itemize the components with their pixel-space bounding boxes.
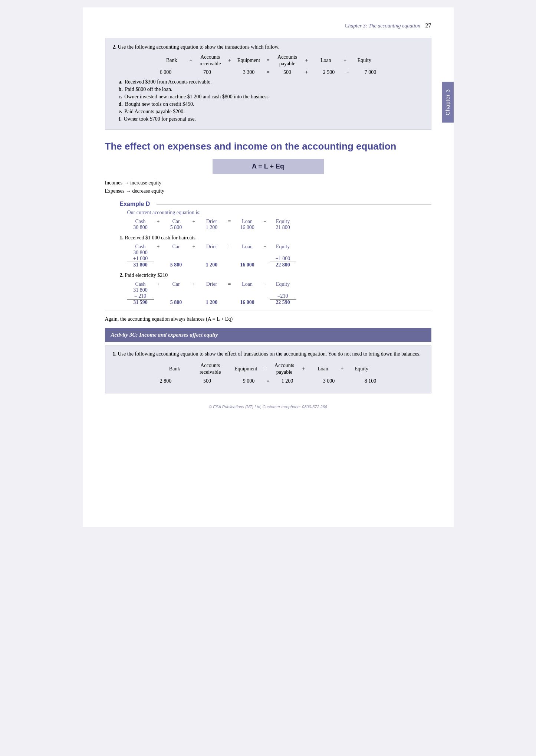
example-d-header: Example D	[120, 201, 431, 207]
income-note: Incomes → increase equity	[105, 180, 431, 186]
list-item-b: b.Paid $800 off the loan.	[119, 86, 424, 92]
balance-note: Again, the accounting equation always ba…	[105, 316, 431, 322]
example-d-initial-table: Cash + Car + Drier = Loan + Equity 30 80…	[127, 219, 431, 230]
chapter-tab: Chapter 3	[442, 82, 454, 122]
question-2-box: 2. Use the following accounting equation…	[105, 38, 431, 130]
activity-q1-text: 1. Use the following accounting equation…	[113, 351, 424, 357]
question-2-text: 2. Use the following accounting equation…	[113, 44, 424, 50]
step-1-label: 1. Received $1 000 cash for haircuts.	[120, 235, 431, 241]
question-2-list: a.Received $300 from Accounts receivable…	[113, 79, 424, 122]
list-item-f: f.Owner took $700 for personal use.	[119, 116, 424, 122]
step-2-table: Cash + Car + Drier = Loan + Equity 31 80…	[127, 281, 431, 305]
equation-values-row: 6 000 700 3 300 = 500 + 2 500 + 7 000	[113, 69, 424, 75]
equation-highlight-box: A = L + Eq	[213, 159, 324, 174]
activity-title: Activity 3C: Income and expenses affect …	[105, 328, 431, 342]
step-1-table: Cash + Car + Drier = Loan + Equity 30 80…	[127, 244, 431, 268]
list-item-e: e.Paid Accounts payable $200.	[119, 109, 424, 115]
page-header: Chapter 3: The accounting equation 27	[105, 22, 431, 29]
activity-header-row: Bank Accountsreceivable Equipment = Acco…	[113, 362, 424, 376]
chapter-title: Chapter 3: The accounting equation	[345, 23, 420, 29]
activity-content: 1. Use the following accounting equation…	[105, 346, 431, 393]
activity-values-row: 2 800 500 9 000 = 1 200 3 000 8 100	[113, 378, 424, 384]
list-item-d: d.Bought new tools on credit $450.	[119, 101, 424, 107]
list-item-c: c.Owner invested new machine $1 200 and …	[119, 94, 424, 100]
list-item-a: a.Received $300 from Accounts receivable…	[119, 79, 424, 85]
page-number: 27	[425, 22, 431, 29]
step-2-label: 2. Paid electricity $210	[120, 272, 431, 278]
divider	[105, 311, 431, 311]
expense-note: Expenses → decrease equity	[105, 188, 431, 194]
equation-header-row: Bank + Accountsreceivable + Equipment = …	[113, 54, 424, 67]
page-footer: © ESA Publications (NZ) Ltd, Customer tr…	[105, 405, 431, 409]
section-heading: The effect on expenses and income on the…	[105, 140, 431, 153]
example-d-intro: Our current accounting equation is:	[127, 210, 431, 216]
